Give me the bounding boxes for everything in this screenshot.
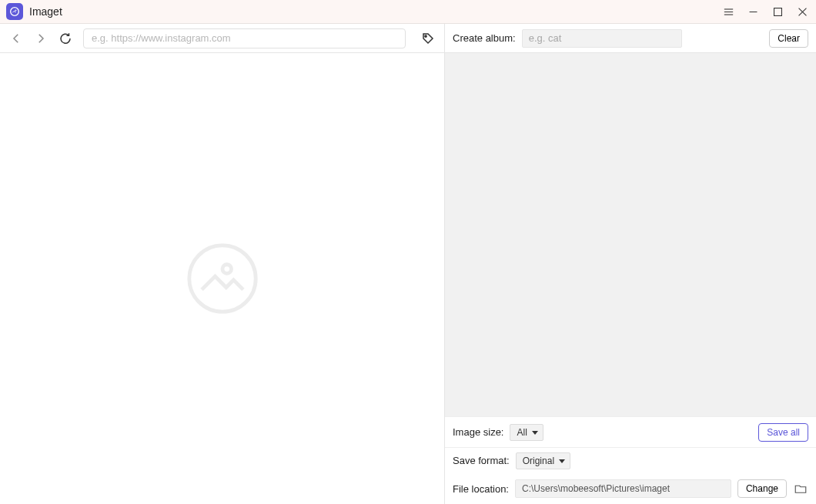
create-album-label: Create album:: [453, 32, 516, 44]
maximize-icon[interactable]: [770, 4, 785, 19]
svg-rect-5: [774, 8, 781, 15]
nav-bar: [0, 24, 444, 53]
save-format-select[interactable]: Original: [516, 452, 570, 469]
image-size-label: Image size:: [453, 426, 503, 438]
save-format-label: Save format:: [453, 455, 510, 466]
save-all-button[interactable]: Save all: [758, 423, 808, 442]
app-title: Imaget: [29, 5, 62, 18]
minimize-icon[interactable]: [745, 4, 761, 19]
svg-point-10: [222, 265, 232, 274]
image-size-select[interactable]: All: [510, 424, 543, 441]
titlebar: Imaget: [0, 0, 816, 24]
browser-pane: [0, 24, 445, 504]
album-bar: Create album: Clear: [445, 24, 816, 53]
svg-point-9: [189, 245, 255, 312]
change-button[interactable]: Change: [737, 479, 787, 498]
tag-icon[interactable]: [421, 32, 435, 45]
back-icon[interactable]: [9, 32, 23, 45]
thumbnail-area: [445, 53, 816, 416]
svg-point-8: [425, 35, 426, 36]
file-location-field[interactable]: C:\Users\mobeesoft\Pictures\imaget: [515, 479, 731, 498]
content-area: [0, 53, 444, 504]
menu-icon[interactable]: [721, 4, 736, 19]
forward-icon[interactable]: [34, 32, 48, 45]
url-input[interactable]: [83, 28, 406, 48]
close-icon[interactable]: [794, 4, 810, 19]
image-placeholder-icon: [186, 242, 259, 315]
app-logo: [6, 3, 23, 20]
folder-icon[interactable]: [793, 481, 808, 496]
file-location-row: File location: C:\Users\mobeesoft\Pictur…: [445, 473, 816, 504]
download-pane: Create album: Clear Image size: All Save…: [445, 24, 816, 504]
album-name-input[interactable]: [522, 29, 682, 48]
reload-icon[interactable]: [59, 32, 72, 45]
file-location-label: File location:: [453, 483, 509, 495]
clear-button[interactable]: Clear: [769, 29, 808, 48]
image-size-row: Image size: All Save all: [445, 416, 816, 447]
save-format-row: Save format: Original: [445, 447, 816, 473]
